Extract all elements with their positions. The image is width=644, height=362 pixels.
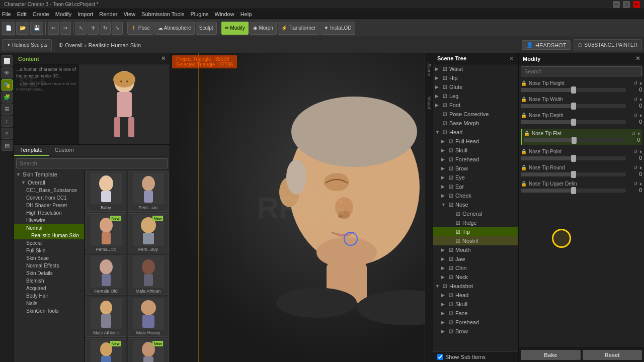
check-icon[interactable]: ☑ xyxy=(454,210,461,217)
menu-modify[interactable]: Modify xyxy=(55,11,71,17)
check-icon[interactable]: ☑ xyxy=(447,192,454,199)
substance-button[interactable]: ⬡ SUBSTANCE PAINTER xyxy=(574,39,642,51)
tree-chin[interactable]: ▶ ☑ Chin xyxy=(433,263,518,273)
tree-high-res[interactable]: High Resolution xyxy=(14,209,84,217)
check-icon[interactable]: ☑ xyxy=(447,147,454,154)
tree-forehead[interactable]: ▶ ☑ Forehead xyxy=(433,155,518,164)
tree-neck[interactable]: ▶ ☑ Neck xyxy=(433,273,518,282)
tree-skin-base[interactable]: Skin Base xyxy=(14,254,84,262)
thumb-baby[interactable]: Baby xyxy=(86,171,126,212)
morph-slider[interactable] xyxy=(521,88,626,92)
check-icon[interactable]: ☑ xyxy=(447,156,454,163)
show-sub-items-checkbox[interactable] xyxy=(437,354,443,360)
tree-glute[interactable]: ▶ ☑ Glute xyxy=(433,82,518,92)
morph-slider[interactable] xyxy=(521,156,626,160)
morph-icon-key[interactable]: ♦ xyxy=(639,181,642,187)
save-button[interactable]: 💾 xyxy=(30,22,43,35)
instalod-button[interactable]: ▼ InstaLOD xyxy=(320,22,355,35)
modify-search-input[interactable] xyxy=(521,66,642,76)
content-close-icon[interactable]: ✕ xyxy=(161,55,166,62)
tree-jaw[interactable]: ▶ ☑ Jaw xyxy=(433,254,518,263)
tree-headshot-forehead[interactable]: ▶ ☑ Forehead xyxy=(433,318,518,327)
morph-slider[interactable] xyxy=(521,120,626,124)
check-icon[interactable]: ☑ xyxy=(441,93,448,100)
morph-icon-key[interactable]: ♦ xyxy=(639,149,642,154)
morph-icon-key[interactable]: ♦ xyxy=(639,113,642,118)
check-icon[interactable]: ☑ xyxy=(447,328,454,335)
check-icon[interactable]: ☑ xyxy=(454,219,461,226)
slider-thumb[interactable] xyxy=(571,171,576,178)
redo-button[interactable]: ↪ xyxy=(60,22,71,35)
slider-thumb[interactable] xyxy=(571,155,576,162)
bc-current[interactable]: Realistic Human Skin xyxy=(89,42,141,48)
tree-foot[interactable]: ▶ ☑ Foot xyxy=(433,101,518,110)
content-search-input[interactable] xyxy=(16,158,168,168)
tree-mouth[interactable]: ▶ ☑ Mouth xyxy=(433,245,518,254)
tree-hip[interactable]: ▶ ☑ Hip xyxy=(433,73,518,82)
bake-button[interactable]: Bake xyxy=(521,350,581,360)
check-icon[interactable]: ☑ xyxy=(441,111,448,118)
strip-btn-8[interactable]: ▤ xyxy=(2,140,13,151)
morph-slider[interactable] xyxy=(521,172,626,176)
tree-overall[interactable]: ▼ Overall xyxy=(14,178,84,187)
tree-eye[interactable]: ▶ ☑ Eye xyxy=(433,173,518,182)
check-icon[interactable]: ☑ xyxy=(441,83,448,90)
tree-skingen-tools[interactable]: SkinGen Tools xyxy=(14,307,84,315)
morph-icon-reset[interactable]: ↺ xyxy=(631,131,635,136)
morph-icon-key[interactable]: ♦ xyxy=(639,165,642,170)
tree-full-skin[interactable]: Full Skin xyxy=(14,247,84,254)
tree-dh-shader[interactable]: DH Shader Preset xyxy=(14,202,84,209)
check-icon[interactable]: ☑ xyxy=(447,246,454,253)
morph-button[interactable]: ◉ Morph xyxy=(250,22,277,35)
tree-convert[interactable]: Convert from CC1 xyxy=(14,194,84,202)
tree-base-morph[interactable]: ☑ Base Morph xyxy=(433,119,518,128)
sculpt-button[interactable]: Sculpt xyxy=(196,22,217,35)
check-icon[interactable]: ☑ xyxy=(441,65,448,72)
morph-slider[interactable] xyxy=(521,104,626,108)
tree-ear[interactable]: ▶ ☑ Ear xyxy=(433,182,518,191)
tree-body-hair[interactable]: Body Hair xyxy=(14,292,84,300)
check-icon[interactable]: ☑ xyxy=(447,264,454,272)
thumb-male-old-a[interactable]: Male Old A xyxy=(128,338,169,362)
check-icon[interactable]: ☑ xyxy=(447,292,454,299)
tree-normal-effects[interactable]: Normal Effects xyxy=(14,262,84,269)
thumb-male-athletic[interactable]: Male Athletic xyxy=(86,297,126,337)
check-icon[interactable]: ☑ xyxy=(441,74,448,81)
tab-template[interactable]: Template xyxy=(14,145,49,156)
atmosphere-button[interactable]: ☁ Atmosphere xyxy=(154,22,195,35)
slider-thumb[interactable] xyxy=(572,137,577,144)
thumb-male-african[interactable]: Male African xyxy=(128,255,169,295)
tree-ridge[interactable]: ☑ Ridge xyxy=(433,218,518,227)
menu-render[interactable]: Render xyxy=(99,11,117,17)
visual-label[interactable]: Visual xyxy=(427,86,432,119)
maximize-button[interactable]: □ xyxy=(623,1,630,8)
check-icon[interactable]: ☑ xyxy=(441,283,448,290)
morph-icon-reset[interactable]: ↺ xyxy=(633,181,637,187)
tree-hivewire[interactable]: Hivewire xyxy=(14,217,84,224)
headshot-badge[interactable]: 👤 HEADSHOT xyxy=(522,40,571,50)
tree-cheek[interactable]: ▶ ☑ Cheek xyxy=(433,191,518,200)
tree-skull[interactable]: ▶ ☑ Skull xyxy=(433,146,518,155)
bc-home[interactable]: Overall xyxy=(65,42,83,48)
tree-special[interactable]: Special xyxy=(14,239,84,247)
check-icon[interactable]: ☑ xyxy=(447,201,454,208)
check-icon[interactable]: ☑ xyxy=(447,183,454,190)
transformer-button[interactable]: ⚡ Transformer xyxy=(278,22,319,35)
check-icon[interactable]: ☑ xyxy=(447,255,454,262)
reset-button[interactable]: Reset xyxy=(583,350,642,360)
check-icon[interactable]: ☑ xyxy=(447,319,454,326)
undo-button[interactable]: ↩ xyxy=(48,22,59,35)
refine-sculpts-button[interactable]: ✦ Refined Sculpts xyxy=(2,39,52,51)
slider-thumb[interactable] xyxy=(571,103,576,110)
tree-nose[interactable]: ▼ ☑ Nose xyxy=(433,200,518,209)
tree-skin-details[interactable]: Skin Details xyxy=(14,269,84,277)
tab-custom[interactable]: Custom xyxy=(49,145,80,156)
thumb-fem-ian[interactable]: Fem...ian xyxy=(128,171,169,212)
tree-brow[interactable]: ▶ ☑ Brow xyxy=(433,164,518,173)
check-icon[interactable]: ☑ xyxy=(447,274,454,281)
tree-nostril[interactable]: ☑ Nostril xyxy=(433,236,518,245)
tree-waist[interactable]: ▶ ☑ Waist xyxy=(433,64,518,73)
morph-icon-reset[interactable]: ↺ xyxy=(633,80,637,86)
tree-realistic-skin[interactable]: Realistic Human Skin xyxy=(14,232,84,239)
thumb-male-jean[interactable]: Male...Jean xyxy=(86,338,126,362)
